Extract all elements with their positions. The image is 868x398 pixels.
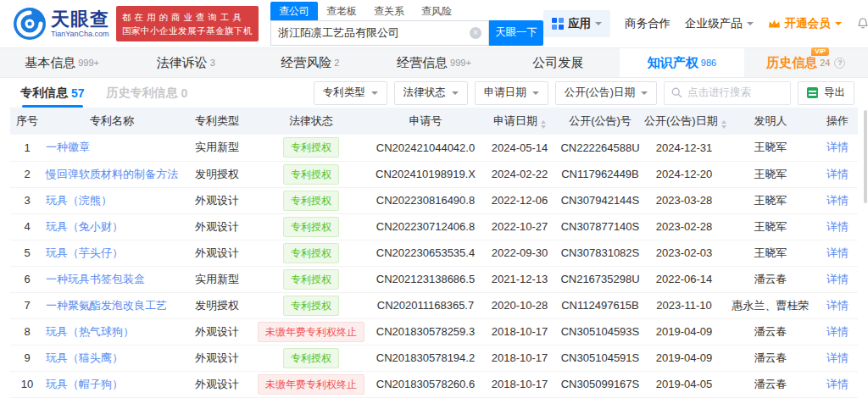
notifications-button[interactable]: [856, 17, 868, 30]
patent-name-link[interactable]: 慢回弹软质材料的制备方法: [46, 168, 178, 180]
col-apply-date[interactable]: 申请日期: [483, 108, 556, 135]
search-tab-company[interactable]: 查公司: [270, 2, 318, 20]
detail-link[interactable]: 详情: [826, 194, 849, 207]
patent-name-link[interactable]: 玩具（热气球狗）: [46, 325, 134, 338]
slogan-badge: 都在用的商业查询工具 国家中小企业发展子基金旗下机: [116, 6, 259, 42]
table-search-input[interactable]: 点击进行搜索: [664, 81, 791, 105]
search-tab-relation[interactable]: 查关系: [365, 2, 413, 20]
search-tabs: 查公司 查老板 查关系 查风险: [270, 3, 543, 20]
patent-name-link[interactable]: 玩具（帽子狗）: [46, 378, 123, 390]
detail-link[interactable]: 详情: [826, 141, 849, 153]
apps-menu[interactable]: 应用: [543, 10, 610, 37]
help-icon[interactable]: ?: [834, 58, 845, 69]
open-vip-menu[interactable]: 开通会员: [768, 16, 842, 31]
tab-label: 知识产权: [648, 55, 698, 71]
detail-link[interactable]: 详情: [826, 246, 849, 259]
search-block: 查公司 查老板 查关系 查风险 浙江陌凛工艺品有限公司 × 天眼一下: [270, 3, 543, 46]
inventor: 潘云春: [724, 266, 817, 292]
export-label: 导出: [824, 86, 845, 100]
legal-status-cell: 专利授权: [254, 187, 368, 213]
subtab-history-patent-info[interactable]: 历史专利信息 0: [107, 78, 188, 108]
patent-name-cell: 玩具（帽子狗）: [44, 371, 180, 397]
row-index: 3: [10, 187, 44, 213]
tab-basic-info[interactable]: 基本信息 999+: [0, 48, 124, 77]
enterprise-label: 企业级产品: [685, 16, 743, 31]
tab-operation-info[interactable]: 经营信息 999+: [372, 48, 496, 77]
detail-link[interactable]: 详情: [826, 220, 849, 233]
enterprise-products-menu[interactable]: 企业级产品: [685, 16, 754, 31]
apply-date: 2018-10-17: [483, 371, 556, 397]
patent-type: 发明授权: [180, 161, 254, 187]
patent-name-link[interactable]: 玩具（芋头仔）: [46, 246, 123, 259]
patent-name-link[interactable]: 一种玩具书签包装盒: [46, 273, 145, 285]
patent-name-cell: 玩具（浣熊）: [44, 187, 180, 213]
filter-legal-status[interactable]: 法律状态: [394, 81, 468, 105]
apps-label: 应用: [568, 16, 591, 31]
filter-apply-date[interactable]: 申请日期: [475, 81, 548, 105]
filter-label: 申请日期: [484, 86, 526, 100]
apply-date: 2024-05-14: [483, 135, 556, 161]
tab-history-info[interactable]: 历史信息 VIP 24 ?: [744, 48, 868, 77]
detail-link[interactable]: 详情: [826, 325, 849, 338]
pub-no: CN307942144S: [556, 187, 644, 213]
col-patent-type: 专利类型: [180, 108, 254, 135]
filter-patent-type[interactable]: 专利类型: [314, 81, 387, 105]
crown-icon: [768, 19, 781, 29]
tab-count: 999+: [450, 58, 471, 68]
scrollbar-thumb[interactable]: [864, 110, 867, 203]
search-tab-boss[interactable]: 查老板: [318, 2, 365, 20]
patent-type: 外观设计: [180, 240, 254, 266]
patent-type: 外观设计: [180, 318, 254, 345]
pub-no: CN222264588U: [556, 135, 644, 161]
action-cell: 详情: [817, 240, 858, 266]
tab-label: 经营风险: [281, 55, 331, 71]
detail-link[interactable]: 详情: [826, 378, 849, 390]
patent-name-link[interactable]: 玩具（浣熊）: [46, 194, 112, 207]
excel-icon: [807, 87, 818, 98]
search-button[interactable]: 天眼一下: [489, 20, 543, 46]
detail-link[interactable]: 详情: [826, 299, 849, 312]
apply-date: 2018-10-17: [483, 345, 556, 371]
business-cooperation-link[interactable]: 商务合作: [625, 16, 670, 31]
tab-legal-litigation[interactable]: 法律诉讼 3: [124, 48, 248, 77]
pub-no: CN305104591S: [556, 345, 644, 371]
patent-name-cell: 玩具（兔小财）: [44, 213, 180, 240]
legal-status-badge: 专利授权: [283, 137, 339, 158]
filter-publish-date[interactable]: 公开(公告)日期: [555, 81, 657, 105]
col-patent-name: 专利名称: [44, 108, 180, 135]
filter-label: 公开(公告)日期: [565, 86, 635, 100]
detail-link[interactable]: 详情: [826, 168, 849, 180]
detail-link[interactable]: 详情: [826, 273, 849, 285]
patent-toolbar: 专利信息 57 历史专利信息 0 专利类型 法律状态 申请日期 公开(公告)日期: [0, 78, 868, 108]
tab-operation-risk[interactable]: 经营风险 2: [248, 48, 372, 77]
pub-date: 2023-02-03: [644, 240, 724, 266]
export-button[interactable]: 导出: [798, 81, 854, 105]
table-row: 9玩具（猫头鹰）外观设计专利授权CN201830578194.22018-10-…: [10, 345, 858, 371]
subtab-patent-info[interactable]: 专利信息 57: [20, 78, 85, 108]
patent-name-link[interactable]: 玩具（兔小财）: [46, 220, 123, 233]
company-search-input[interactable]: 浙江陌凛工艺品有限公司 ×: [270, 20, 489, 46]
col-pub-date[interactable]: 公开(公告)日期: [644, 108, 724, 135]
search-tab-risk[interactable]: 查风险: [413, 2, 460, 20]
apply-date: 2018-10-17: [483, 318, 556, 345]
apply-date: 2021-12-13: [483, 266, 556, 292]
patent-name-link[interactable]: 玩具（猫头鹰）: [46, 351, 123, 364]
tab-count: 24: [820, 58, 830, 68]
search-icon: [671, 87, 682, 98]
patent-name-cell: 慢回弹软质材料的制备方法: [44, 161, 180, 187]
tianyancha-logo[interactable]: 天眼查 TianYanCha.com: [14, 8, 109, 40]
tab-intellectual-property[interactable]: 知识产权 986: [620, 48, 743, 77]
pub-date: 2024-12-20: [644, 161, 724, 187]
apply-date: 2022-09-30: [483, 240, 556, 266]
tab-count: 2: [334, 58, 339, 68]
patent-name-link[interactable]: 一种聚氨酯发泡改良工艺: [46, 299, 167, 312]
clear-search-icon[interactable]: ×: [470, 27, 481, 39]
inventor: 潘云春: [724, 318, 817, 345]
col-apply-no: 申请号: [368, 108, 483, 135]
patent-name-link[interactable]: 一种徽章: [46, 141, 90, 153]
patent-name-cell: 玩具（芋头仔）: [44, 240, 180, 266]
pub-date: 2023-02-28: [644, 213, 724, 240]
tab-company-development[interactable]: 公司发展: [496, 48, 620, 77]
detail-link[interactable]: 详情: [826, 351, 849, 364]
inventor: 惠永兰、曹桂荣: [724, 292, 817, 318]
